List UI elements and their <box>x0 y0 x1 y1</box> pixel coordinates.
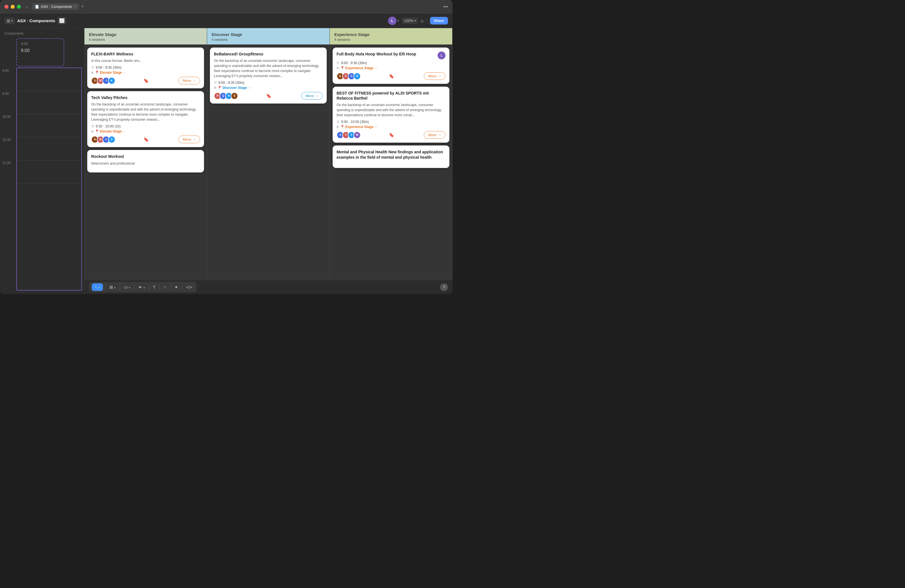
grid-icon: ⊞ <box>7 19 10 23</box>
avatar-chevron-icon: ▾ <box>398 19 399 22</box>
pointer-tool-button[interactable]: ↖ ▾ <box>92 283 103 291</box>
frame-tool-button[interactable]: ⊞ ▾ <box>108 284 117 290</box>
more-arrow-icon-tv: → <box>192 137 196 141</box>
tool-separator-4 <box>149 284 149 290</box>
frame-icon: ⊞ <box>110 285 113 290</box>
more-button-flexi-bar[interactable]: More → <box>178 77 200 84</box>
tools-group: ↖ ▾ ⊞ ▾ ▭ ▾ ✒ ▾ <box>89 282 197 292</box>
event-card-best-fitness: BEST OF FITNESS powered by ALDI SPORTS m… <box>333 87 449 143</box>
time-11-00: 11:00 <box>2 160 16 183</box>
event-title-flexi-bar: FLEXI-BAR® Wellness <box>91 51 200 57</box>
arrow-icon-bf: → <box>374 125 377 128</box>
pointer-icon: ↖ <box>95 285 98 289</box>
pointer-chevron-icon: ▾ <box>99 286 100 288</box>
stage-tag-discover: 📍 Discover Stage → <box>218 86 251 90</box>
traffic-lights <box>5 5 21 9</box>
event-card-rockout: Rockout Workout Newcomers and profession… <box>87 150 204 173</box>
stage-tag-experience-hh: 📍 Experience Stage → <box>340 66 377 70</box>
event-card-tech-valley: Tech Valley Pitches On the backdrop of a… <box>87 91 204 147</box>
more-button-hula-hoop[interactable]: More → <box>424 72 445 80</box>
left-panel: Components 9:00 9:00 9:00 9:30 10:00 <box>0 28 84 294</box>
more-button-best-fitness[interactable]: More → <box>424 131 445 139</box>
toolbar-left: ⊞ ▾ ASX · Components ⬜ <box>5 17 67 24</box>
stage-tag-experience-bf: 📍 Experience Stage → <box>340 125 377 129</box>
window-more-icon[interactable]: ••• <box>443 4 448 9</box>
titlebar-right: ••• <box>443 4 448 9</box>
preview-button[interactable]: ▷ <box>421 19 424 23</box>
close-button[interactable] <box>5 5 8 9</box>
more-arrow-icon: → <box>192 79 196 83</box>
bottom-toolbar: ↖ ▾ ⊞ ▾ ▭ ▾ ✒ ▾ <box>84 280 452 294</box>
time-value-tech-valley: 9:30 - 10:00 (1h) <box>96 124 121 128</box>
discover-column: BeBalanced! Groupfitness On the backdrop… <box>207 45 330 280</box>
experience-stage-title: Experience Stage <box>334 32 448 37</box>
zoom-control[interactable]: 100% ▾ <box>402 17 418 24</box>
discover-stage-count: 4 sessions <box>212 38 325 42</box>
arrow-icon-bb: → <box>248 86 251 89</box>
bookmark-icon-bf[interactable]: 🔖 <box>389 133 394 138</box>
more-button-bebalanced[interactable]: More → <box>301 92 323 100</box>
canvas-grid[interactable] <box>16 68 82 291</box>
event-card-flexi-bar: FLEXI-BAR® Wellness In this course forma… <box>87 48 204 88</box>
bookmark-icon-hh[interactable]: 🔖 <box>389 74 394 79</box>
map-pin-icon-hh: 📍 <box>340 66 345 70</box>
schedule-area: Elevate Stage 4 sessions Discover Stage … <box>84 28 452 294</box>
sidebar-toggle-button[interactable]: ⬜ <box>57 17 67 24</box>
tool-separator-3 <box>134 284 135 290</box>
event-card-hula-hoop: Full Body Hula Hoop Workout by Elli Hoop… <box>333 48 449 84</box>
more-arrow-icon-hh: → <box>438 74 441 78</box>
components-tool-button[interactable]: ✦ <box>173 284 180 290</box>
avatar-tv-4: D <box>108 136 115 143</box>
bookmark-icon-bb[interactable]: 🔖 <box>266 94 272 98</box>
share-button[interactable]: Share <box>430 17 448 24</box>
stage-dot-bf <box>337 126 339 128</box>
map-pin-icon-bb: 📍 <box>218 86 222 90</box>
text-tool-button[interactable]: T <box>151 284 157 290</box>
event-title-bebalanced: BeBalanced! Groupfitness <box>214 51 323 57</box>
tab-close-icon[interactable]: ✕ <box>74 5 76 8</box>
zoom-value: 100% <box>404 19 413 23</box>
code-tool-button[interactable]: </> <box>184 284 194 290</box>
fullscreen-button[interactable] <box>17 5 21 9</box>
event-title-best-fitness: BEST OF FITNESS powered by ALDI SPORTS m… <box>337 90 445 101</box>
bookmark-icon[interactable]: 🔖 <box>143 78 149 83</box>
circle-tool-button[interactable]: ○ <box>162 284 168 290</box>
active-tab[interactable]: 📄 ASX · Components ✕ <box>32 3 79 10</box>
time-10-30: 10:30 <box>2 137 16 160</box>
more-arrow-icon-bf: → <box>438 133 441 137</box>
new-tab-button[interactable]: + <box>81 4 84 10</box>
clock-icon-bf: ⏱ <box>337 120 340 124</box>
time-column: 9:00 9:30 10:00 10:30 11:00 <box>2 68 16 291</box>
arrow-icon: → <box>123 71 126 74</box>
frame-chevron-icon: ▾ <box>114 287 116 289</box>
speaker-avatars: S M J K <box>91 77 114 84</box>
pen-tool-button[interactable]: ✒ ▾ <box>137 284 146 290</box>
clock-icon-bb: ⏱ <box>214 81 217 84</box>
avatar-bb-4: S <box>231 92 238 100</box>
experience-stage-count: 4 sessions <box>334 38 448 42</box>
event-time-tech-valley: ⏱ 9:30 - 10:00 (1h) <box>91 124 200 128</box>
time-value-flexi-bar: 9:00 - 9:30 (30m) <box>96 65 122 70</box>
grid-menu-button[interactable]: ⊞ ▾ <box>5 17 15 24</box>
home-icon[interactable]: ⌂ <box>24 4 30 10</box>
help-button[interactable]: ? <box>440 283 448 291</box>
bookmark-icon-tv[interactable]: 🔖 <box>143 137 149 142</box>
event-desc-tech-valley: On the backdrop of an uncertain economic… <box>91 102 200 122</box>
event-time-hula-hoop: ⏱ 9:00 - 9:30 (30m) <box>337 61 445 65</box>
elevate-column: FLEXI-BAR® Wellness In this course forma… <box>84 45 207 280</box>
tab-label: ASX · Components <box>41 5 72 9</box>
rect-tool-button[interactable]: ▭ ▾ <box>122 284 132 290</box>
stage-header-discover: Discover Stage 4 sessions <box>207 28 330 44</box>
tool-separator-7 <box>182 284 183 290</box>
speaker-avatars-hh: E F G H <box>337 73 359 80</box>
map-pin-icon: 📍 <box>95 71 99 74</box>
user-avatar[interactable]: L <box>388 17 397 25</box>
event-desc-flexi-bar: In this course format, Martin sho... <box>91 58 200 63</box>
discover-stage-title: Discover Stage <box>212 32 325 37</box>
arrow-icon-tv: → <box>123 130 126 133</box>
minimize-button[interactable] <box>11 5 14 9</box>
more-button-tech-valley[interactable]: More → <box>178 136 200 143</box>
card-footer-hula-hoop: E F G H 🔖 More → <box>337 72 445 80</box>
grid-chevron-icon: ▾ <box>11 19 13 22</box>
event-desc-rockout: Newcomers and professional <box>91 161 200 166</box>
